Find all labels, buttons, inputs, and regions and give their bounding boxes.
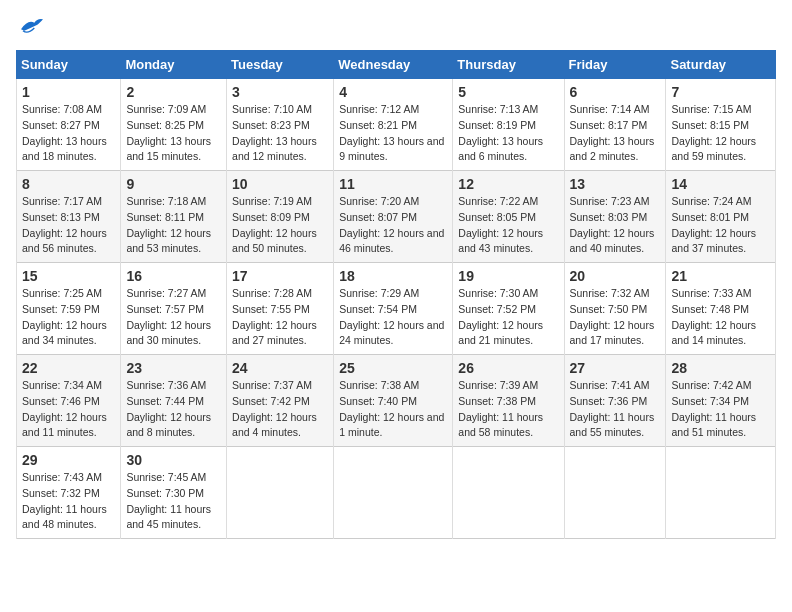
calendar-week-row: 1Sunrise: 7:08 AMSunset: 8:27 PMDaylight… <box>17 79 776 171</box>
calendar-cell: 25Sunrise: 7:38 AMSunset: 7:40 PMDayligh… <box>334 355 453 447</box>
calendar-cell: 24Sunrise: 7:37 AMSunset: 7:42 PMDayligh… <box>227 355 334 447</box>
logo <box>16 16 50 40</box>
calendar-cell: 16Sunrise: 7:27 AMSunset: 7:57 PMDayligh… <box>121 263 227 355</box>
day-number: 16 <box>126 268 221 284</box>
calendar-cell: 22Sunrise: 7:34 AMSunset: 7:46 PMDayligh… <box>17 355 121 447</box>
day-number: 26 <box>458 360 558 376</box>
day-number: 22 <box>22 360 115 376</box>
calendar-cell: 26Sunrise: 7:39 AMSunset: 7:38 PMDayligh… <box>453 355 564 447</box>
calendar-cell: 6Sunrise: 7:14 AMSunset: 8:17 PMDaylight… <box>564 79 666 171</box>
calendar-cell: 17Sunrise: 7:28 AMSunset: 7:55 PMDayligh… <box>227 263 334 355</box>
day-info: Sunrise: 7:38 AMSunset: 7:40 PMDaylight:… <box>339 378 447 441</box>
day-number: 19 <box>458 268 558 284</box>
day-number: 23 <box>126 360 221 376</box>
column-header-monday: Monday <box>121 51 227 79</box>
day-number: 24 <box>232 360 328 376</box>
day-number: 18 <box>339 268 447 284</box>
day-info: Sunrise: 7:17 AMSunset: 8:13 PMDaylight:… <box>22 194 115 257</box>
day-info: Sunrise: 7:29 AMSunset: 7:54 PMDaylight:… <box>339 286 447 349</box>
day-info: Sunrise: 7:09 AMSunset: 8:25 PMDaylight:… <box>126 102 221 165</box>
calendar-cell: 14Sunrise: 7:24 AMSunset: 8:01 PMDayligh… <box>666 171 776 263</box>
day-info: Sunrise: 7:15 AMSunset: 8:15 PMDaylight:… <box>671 102 770 165</box>
calendar-cell: 12Sunrise: 7:22 AMSunset: 8:05 PMDayligh… <box>453 171 564 263</box>
day-info: Sunrise: 7:23 AMSunset: 8:03 PMDaylight:… <box>570 194 661 257</box>
day-info: Sunrise: 7:25 AMSunset: 7:59 PMDaylight:… <box>22 286 115 349</box>
column-header-friday: Friday <box>564 51 666 79</box>
day-info: Sunrise: 7:43 AMSunset: 7:32 PMDaylight:… <box>22 470 115 533</box>
page-header <box>16 16 776 40</box>
day-number: 12 <box>458 176 558 192</box>
day-info: Sunrise: 7:39 AMSunset: 7:38 PMDaylight:… <box>458 378 558 441</box>
calendar-week-row: 29Sunrise: 7:43 AMSunset: 7:32 PMDayligh… <box>17 447 776 539</box>
day-info: Sunrise: 7:27 AMSunset: 7:57 PMDaylight:… <box>126 286 221 349</box>
day-number: 3 <box>232 84 328 100</box>
day-info: Sunrise: 7:34 AMSunset: 7:46 PMDaylight:… <box>22 378 115 441</box>
day-number: 21 <box>671 268 770 284</box>
day-number: 5 <box>458 84 558 100</box>
calendar-cell: 29Sunrise: 7:43 AMSunset: 7:32 PMDayligh… <box>17 447 121 539</box>
day-info: Sunrise: 7:13 AMSunset: 8:19 PMDaylight:… <box>458 102 558 165</box>
day-number: 7 <box>671 84 770 100</box>
calendar-cell <box>227 447 334 539</box>
calendar-cell: 21Sunrise: 7:33 AMSunset: 7:48 PMDayligh… <box>666 263 776 355</box>
calendar-cell: 30Sunrise: 7:45 AMSunset: 7:30 PMDayligh… <box>121 447 227 539</box>
day-info: Sunrise: 7:42 AMSunset: 7:34 PMDaylight:… <box>671 378 770 441</box>
day-number: 13 <box>570 176 661 192</box>
day-number: 28 <box>671 360 770 376</box>
calendar-cell: 27Sunrise: 7:41 AMSunset: 7:36 PMDayligh… <box>564 355 666 447</box>
day-info: Sunrise: 7:14 AMSunset: 8:17 PMDaylight:… <box>570 102 661 165</box>
calendar-cell: 3Sunrise: 7:10 AMSunset: 8:23 PMDaylight… <box>227 79 334 171</box>
calendar-cell: 15Sunrise: 7:25 AMSunset: 7:59 PMDayligh… <box>17 263 121 355</box>
calendar-cell: 28Sunrise: 7:42 AMSunset: 7:34 PMDayligh… <box>666 355 776 447</box>
calendar-cell: 9Sunrise: 7:18 AMSunset: 8:11 PMDaylight… <box>121 171 227 263</box>
day-info: Sunrise: 7:19 AMSunset: 8:09 PMDaylight:… <box>232 194 328 257</box>
day-number: 30 <box>126 452 221 468</box>
calendar-header-row: SundayMondayTuesdayWednesdayThursdayFrid… <box>17 51 776 79</box>
day-number: 2 <box>126 84 221 100</box>
day-info: Sunrise: 7:32 AMSunset: 7:50 PMDaylight:… <box>570 286 661 349</box>
calendar-cell: 23Sunrise: 7:36 AMSunset: 7:44 PMDayligh… <box>121 355 227 447</box>
calendar-cell <box>334 447 453 539</box>
calendar-cell: 5Sunrise: 7:13 AMSunset: 8:19 PMDaylight… <box>453 79 564 171</box>
day-number: 6 <box>570 84 661 100</box>
calendar-cell: 10Sunrise: 7:19 AMSunset: 8:09 PMDayligh… <box>227 171 334 263</box>
day-info: Sunrise: 7:10 AMSunset: 8:23 PMDaylight:… <box>232 102 328 165</box>
day-number: 1 <box>22 84 115 100</box>
day-info: Sunrise: 7:45 AMSunset: 7:30 PMDaylight:… <box>126 470 221 533</box>
calendar-week-row: 8Sunrise: 7:17 AMSunset: 8:13 PMDaylight… <box>17 171 776 263</box>
day-number: 11 <box>339 176 447 192</box>
calendar-cell: 13Sunrise: 7:23 AMSunset: 8:03 PMDayligh… <box>564 171 666 263</box>
calendar-cell: 2Sunrise: 7:09 AMSunset: 8:25 PMDaylight… <box>121 79 227 171</box>
calendar-cell: 8Sunrise: 7:17 AMSunset: 8:13 PMDaylight… <box>17 171 121 263</box>
day-number: 27 <box>570 360 661 376</box>
day-info: Sunrise: 7:12 AMSunset: 8:21 PMDaylight:… <box>339 102 447 165</box>
calendar-cell: 11Sunrise: 7:20 AMSunset: 8:07 PMDayligh… <box>334 171 453 263</box>
calendar-cell <box>666 447 776 539</box>
day-number: 14 <box>671 176 770 192</box>
day-info: Sunrise: 7:33 AMSunset: 7:48 PMDaylight:… <box>671 286 770 349</box>
column-header-wednesday: Wednesday <box>334 51 453 79</box>
calendar-cell: 18Sunrise: 7:29 AMSunset: 7:54 PMDayligh… <box>334 263 453 355</box>
logo-bird-icon <box>16 16 46 36</box>
day-number: 8 <box>22 176 115 192</box>
column-header-sunday: Sunday <box>17 51 121 79</box>
day-number: 9 <box>126 176 221 192</box>
day-info: Sunrise: 7:36 AMSunset: 7:44 PMDaylight:… <box>126 378 221 441</box>
day-number: 25 <box>339 360 447 376</box>
calendar-week-row: 22Sunrise: 7:34 AMSunset: 7:46 PMDayligh… <box>17 355 776 447</box>
calendar-cell <box>564 447 666 539</box>
calendar-week-row: 15Sunrise: 7:25 AMSunset: 7:59 PMDayligh… <box>17 263 776 355</box>
day-info: Sunrise: 7:20 AMSunset: 8:07 PMDaylight:… <box>339 194 447 257</box>
day-info: Sunrise: 7:08 AMSunset: 8:27 PMDaylight:… <box>22 102 115 165</box>
calendar-cell: 19Sunrise: 7:30 AMSunset: 7:52 PMDayligh… <box>453 263 564 355</box>
day-number: 10 <box>232 176 328 192</box>
day-number: 15 <box>22 268 115 284</box>
calendar-cell <box>453 447 564 539</box>
column-header-thursday: Thursday <box>453 51 564 79</box>
calendar-cell: 20Sunrise: 7:32 AMSunset: 7:50 PMDayligh… <box>564 263 666 355</box>
day-info: Sunrise: 7:41 AMSunset: 7:36 PMDaylight:… <box>570 378 661 441</box>
day-info: Sunrise: 7:37 AMSunset: 7:42 PMDaylight:… <box>232 378 328 441</box>
day-number: 20 <box>570 268 661 284</box>
calendar-cell: 7Sunrise: 7:15 AMSunset: 8:15 PMDaylight… <box>666 79 776 171</box>
day-info: Sunrise: 7:22 AMSunset: 8:05 PMDaylight:… <box>458 194 558 257</box>
